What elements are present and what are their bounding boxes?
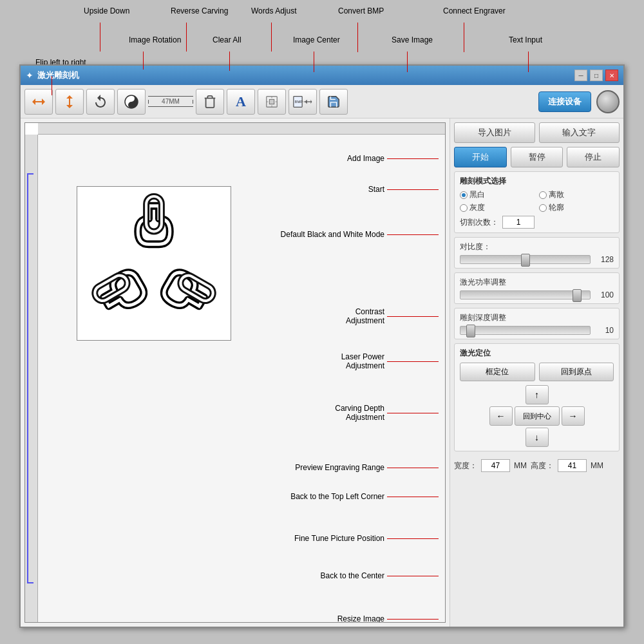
svg-rect-13 (146, 196, 162, 232)
height-input[interactable] (558, 459, 587, 472)
pause-button[interactable]: 暂停 (511, 147, 564, 167)
positioning-section: 激光定位 框定位 回到原点 ↑ ← 回到中心 → ↓ (454, 343, 620, 451)
mode-discrete-option[interactable]: 离散 (539, 189, 614, 200)
words-adjust-button[interactable]: A (227, 89, 255, 115)
add-image-button[interactable]: 导入图片 (454, 122, 535, 143)
depth-value: 10 (594, 326, 614, 335)
contrast-line (387, 316, 439, 317)
cut-input[interactable] (502, 216, 535, 229)
nav-down-button[interactable]: ↓ (526, 428, 549, 447)
width-input[interactable] (481, 459, 510, 472)
start-annotation: Start (368, 185, 439, 194)
contrast-slider[interactable] (460, 255, 591, 264)
connect-device-button[interactable]: 连接设备 (538, 91, 591, 112)
canvas-image (77, 186, 231, 341)
preview-line (387, 468, 439, 468)
return-center-button[interactable]: 回到中心 (515, 406, 560, 426)
bw-radio[interactable] (460, 191, 468, 199)
laser-label: Laser PowerAdjustment (341, 352, 384, 370)
reverse-carving-button[interactable] (117, 89, 146, 115)
save-image-button[interactable] (319, 89, 348, 115)
title-controls: ─ □ ✕ (574, 70, 618, 81)
nav-right-button[interactable]: → (562, 406, 585, 426)
text-input-button[interactable]: 输入文字 (539, 122, 620, 143)
svg-text:BMP: BMP (295, 99, 303, 103)
nav-up-button[interactable]: ↑ (526, 385, 549, 404)
contrast-section: 对比度： 128 (454, 237, 620, 269)
window-title: 激光雕刻机 (37, 70, 79, 81)
svg-point-1 (130, 97, 133, 100)
gray-label: 灰度 (469, 202, 485, 213)
image-rotation-label: Image Rotation (129, 35, 181, 46)
laser-thumb[interactable] (573, 289, 582, 302)
top-buttons-row: 导入图片 输入文字 (454, 122, 620, 143)
title-bar: ✦ 激光雕刻机 ─ □ ✕ (21, 66, 623, 85)
canvas-area[interactable]: 41mm (24, 122, 446, 623)
contour-label: 轮廓 (549, 202, 564, 213)
resize-annotation: Resize Image (337, 614, 439, 623)
contour-radio[interactable] (539, 204, 547, 212)
upside-down-button[interactable] (55, 89, 84, 115)
depth-section-label: 雕刻深度调整 (460, 312, 614, 323)
svg-marker-9 (305, 99, 307, 104)
top-ruler (38, 123, 445, 135)
preview-annotation: Preview Engraving Range (295, 463, 439, 472)
mode-gray-option[interactable]: 灰度 (460, 202, 535, 213)
upside-down-label: Upside Down (84, 6, 129, 17)
start-button[interactable]: 开始 (454, 147, 507, 167)
finetune-line (387, 538, 439, 539)
return-origin-button[interactable]: 回到原点 (539, 363, 614, 381)
mode-contour-option[interactable]: 轮廓 (539, 202, 614, 213)
laser-value: 100 (594, 290, 614, 299)
mode-bw-option[interactable]: 黑白 (460, 189, 535, 200)
depth-thumb[interactable] (466, 325, 475, 337)
bw-mode-annotation: Default Black and White Mode (281, 230, 439, 239)
backtopleft-annotation: Back to the Top Left Corner (290, 492, 439, 501)
convert-bmp-button[interactable]: BMP (289, 89, 317, 115)
mode-title: 雕刻模式选择 (460, 176, 614, 187)
backcenter-label: Back to the Center (321, 571, 384, 580)
width-unit: MM (514, 461, 527, 470)
depth-line (387, 413, 439, 413)
maximize-button[interactable]: □ (590, 70, 603, 81)
contrast-thumb[interactable] (521, 254, 530, 267)
frame-position-button[interactable]: 框定位 (460, 363, 535, 381)
cut-label: 切割次数： (460, 217, 498, 228)
image-center-button[interactable] (258, 89, 286, 115)
reverse-line (186, 23, 187, 52)
nav-middle-row: ← 回到中心 → (489, 406, 585, 426)
clear-all-button[interactable] (196, 89, 224, 115)
window-icon: ✦ (26, 70, 33, 80)
flip-left-right-button[interactable] (24, 89, 53, 115)
add-image-label: Add Image (347, 154, 384, 163)
depth-slider[interactable] (460, 326, 591, 335)
mm-value: 47MM (148, 96, 193, 107)
laser-slider[interactable] (460, 290, 591, 299)
gray-radio[interactable] (460, 204, 468, 212)
start-line (387, 189, 439, 190)
stop-button[interactable]: 停止 (567, 147, 620, 167)
power-button[interactable] (596, 90, 620, 113)
depth-slider-row: 10 (460, 326, 614, 335)
right-panel: 导入图片 输入文字 开始 暂停 停止 雕刻模式选择 黑白 (450, 118, 623, 627)
clear-all-label: Clear All (213, 35, 242, 46)
add-image-annotation: Add Image (347, 154, 439, 163)
connect-area: 连接设备 (538, 90, 620, 113)
resize-line (387, 619, 439, 620)
discrete-radio[interactable] (539, 191, 547, 199)
reverse-carving-label: Reverse Carving (171, 6, 228, 17)
minimize-button[interactable]: ─ (574, 70, 587, 81)
nav-left-button[interactable]: ← (489, 406, 513, 426)
bw-mode-label: Default Black and White Mode (281, 230, 384, 239)
close-button[interactable]: ✕ (605, 70, 618, 81)
add-image-line (387, 158, 439, 159)
finetune-annotation: Fine Tune Picture Position (294, 534, 439, 543)
image-rotation-button[interactable] (86, 89, 115, 115)
finetune-label: Fine Tune Picture Position (294, 534, 384, 543)
canvas-inner[interactable]: Add Image Start Default Black and White … (38, 135, 445, 622)
contrast-annotation: ContrastAdjustment (346, 307, 439, 325)
main-window: ✦ 激光雕刻机 ─ □ ✕ 47MM (19, 64, 625, 628)
image-center-label: Image Center (293, 35, 340, 46)
laser-section-label: 激光功率调整 (460, 277, 614, 288)
svg-rect-6 (269, 99, 274, 104)
